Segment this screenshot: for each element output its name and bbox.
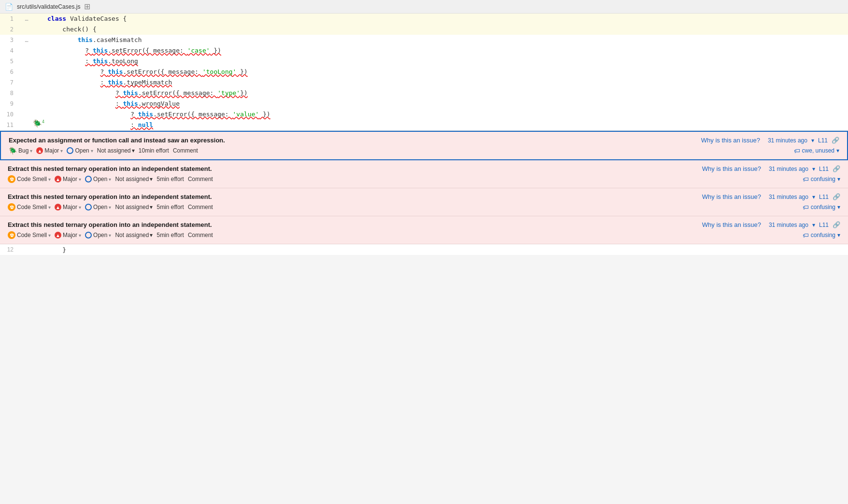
- status-dropdown-arrow-2[interactable]: ▾: [109, 177, 111, 182]
- code-line-6: 6 ? this.setError({ message: 'tooLong' }…: [0, 67, 848, 77]
- issue-type-badge-4[interactable]: ☢ Code Smell ▾: [8, 231, 51, 239]
- code-smell-icon-2: ☢: [8, 175, 15, 183]
- tags-dropdown-arrow-4[interactable]: ▾: [837, 232, 840, 238]
- issue-severity-badge-2[interactable]: ▲ Major ▾: [55, 176, 81, 182]
- issue-status-badge-4[interactable]: Open ▾: [85, 232, 111, 238]
- code-line-1: 1 … class ValidateCases {: [0, 14, 848, 24]
- type-dropdown-arrow-1[interactable]: ▾: [30, 148, 32, 154]
- code-text-10: ? this.setError({ message: 'value' }): [43, 109, 848, 120]
- type-dropdown-arrow-3[interactable]: ▾: [48, 205, 51, 210]
- issue-status-label-1: Open: [75, 147, 89, 154]
- issue-tags-3[interactable]: 🏷 confusing ▾: [803, 204, 840, 211]
- issue-status-badge-3[interactable]: Open ▾: [85, 204, 111, 210]
- severity-icon-2: ▲: [55, 176, 61, 182]
- line-number-7: 7: [0, 77, 19, 88]
- issue-tags-1[interactable]: 🏷 cwe, unused ▾: [794, 147, 839, 154]
- issue-type-label-3: Code Smell: [17, 204, 47, 210]
- add-file-icon[interactable]: ⊞: [84, 2, 90, 11]
- chevron-down-icon-3: ▾: [812, 194, 815, 200]
- code-text-1: class ValidateCases {: [43, 14, 848, 24]
- severity-dropdown-arrow-1[interactable]: ▾: [60, 148, 63, 154]
- issue-tags-label-1: cwe, unused: [802, 147, 834, 154]
- severity-dropdown-arrow-3[interactable]: ▾: [79, 205, 81, 210]
- issue-why-link-4[interactable]: Why is this an issue?: [702, 221, 761, 228]
- issue-assignee-2[interactable]: Not assigned ▾: [115, 176, 153, 182]
- issue-time-4: 31 minutes ago: [769, 222, 808, 228]
- line-number-4: 4: [0, 45, 19, 56]
- issue-comment-4[interactable]: Comment: [188, 232, 213, 238]
- file-tab-bar: 📄 src/utils/validateCases.js ⊞: [0, 0, 848, 14]
- link-icon-3[interactable]: 🔗: [833, 193, 840, 200]
- issue-severity-label-3: Major: [63, 204, 77, 210]
- tags-dropdown-arrow-3[interactable]: ▾: [837, 204, 840, 210]
- issue-comment-2[interactable]: Comment: [188, 176, 213, 182]
- issue-type-badge-3[interactable]: ☢ Code Smell ▾: [8, 203, 51, 211]
- tags-dropdown-arrow-1[interactable]: ▾: [836, 147, 839, 154]
- code-line-4: 4 ? this.setError({ message: 'case' }): [0, 45, 848, 56]
- assignee-dropdown-arrow-1[interactable]: ▾: [132, 147, 135, 154]
- type-dropdown-arrow-2[interactable]: ▾: [48, 177, 51, 182]
- code-text-11: : null: [43, 120, 848, 130]
- assignee-dropdown-arrow-4[interactable]: ▾: [150, 232, 153, 238]
- line-number-2: 2: [0, 24, 19, 35]
- status-open-icon-3: [85, 204, 92, 210]
- status-open-icon-4: [85, 232, 92, 238]
- issue-assignee-1[interactable]: Not assigned ▾: [97, 147, 135, 154]
- code-text-7: : this.typeMismatch: [43, 77, 848, 88]
- issue-severity-badge-1[interactable]: ▲ Major ▾: [36, 147, 63, 154]
- issue-status-badge-2[interactable]: Open ▾: [85, 176, 111, 182]
- status-dropdown-arrow-1[interactable]: ▾: [91, 148, 93, 154]
- issue-status-label-4: Open: [93, 232, 107, 238]
- issue-type-badge-2[interactable]: ☢ Code Smell ▾: [8, 175, 51, 183]
- issue-tags-4[interactable]: 🏷 confusing ▾: [803, 232, 840, 239]
- issue-severity-badge-3[interactable]: ▲ Major ▾: [55, 204, 81, 210]
- tag-icon-1: 🏷: [794, 147, 800, 154]
- tags-dropdown-arrow-2[interactable]: ▾: [837, 176, 840, 182]
- issue-tags-label-3: confusing: [811, 204, 835, 210]
- issue-time-2: 31 minutes ago: [769, 166, 808, 172]
- issue-tags-2[interactable]: 🏷 confusing ▾: [803, 176, 840, 183]
- issue-card-2[interactable]: Extract this nested ternary operation in…: [0, 160, 848, 188]
- issue-header-2: Extract this nested ternary operation in…: [8, 165, 840, 172]
- issue-status-badge-1[interactable]: Open ▾: [67, 147, 93, 154]
- issue-card-3[interactable]: Extract this nested ternary operation in…: [0, 188, 848, 216]
- issue-card-4[interactable]: Extract this nested ternary operation in…: [0, 216, 848, 244]
- issue-type-badge-1[interactable]: 🪲 Bug ▾: [9, 147, 32, 154]
- issue-assignee-3[interactable]: Not assigned ▾: [115, 204, 153, 210]
- issue-severity-badge-4[interactable]: ▲ Major ▾: [55, 232, 81, 238]
- assignee-dropdown-arrow-3[interactable]: ▾: [150, 204, 153, 210]
- link-icon-1[interactable]: 🔗: [832, 137, 839, 144]
- issue-why-link-1[interactable]: Why is this an issue?: [701, 137, 760, 144]
- issue-type-label-2: Code Smell: [17, 176, 47, 182]
- issue-status-label-2: Open: [93, 176, 107, 182]
- assignee-dropdown-arrow-2[interactable]: ▾: [150, 176, 153, 182]
- file-path[interactable]: src/utils/validateCases.js: [17, 3, 80, 10]
- link-icon-4[interactable]: 🔗: [833, 221, 840, 228]
- code-line-10: 10 ? this.setError({ message: 'value' }): [0, 109, 848, 120]
- type-dropdown-arrow-4[interactable]: ▾: [48, 233, 51, 238]
- code-line-12: 12 }: [0, 244, 848, 255]
- line-gutter-11: 🪲4: [34, 120, 43, 127]
- issue-effort-3: 5min effort: [156, 204, 184, 210]
- issue-assignee-4[interactable]: Not assigned ▾: [115, 232, 153, 238]
- severity-dropdown-arrow-2[interactable]: ▾: [79, 177, 81, 182]
- issue-comment-1[interactable]: Comment: [173, 147, 198, 154]
- link-icon-2[interactable]: 🔗: [833, 165, 840, 172]
- issue-why-link-2[interactable]: Why is this an issue?: [702, 165, 761, 172]
- issue-card-1[interactable]: Expected an assignment or function call …: [0, 131, 848, 160]
- issue-comment-3[interactable]: Comment: [188, 204, 213, 210]
- issue-why-link-3[interactable]: Why is this an issue?: [702, 193, 761, 200]
- status-dropdown-arrow-4[interactable]: ▾: [109, 233, 111, 238]
- line-ellipsis-1: …: [19, 14, 34, 24]
- status-dropdown-arrow-3[interactable]: ▾: [109, 205, 111, 210]
- code-text-5: : this.tooLong: [43, 56, 848, 67]
- issue-title-1: Expected an assignment or function call …: [9, 137, 698, 144]
- issue-meta-right-2: 31 minutes ago ▾ L11 🔗: [769, 165, 840, 172]
- chevron-down-icon-1: ▾: [811, 137, 814, 144]
- code-line-2: 2 check() {: [0, 24, 848, 35]
- issue-effort-4: 5min effort: [156, 232, 184, 238]
- code-text-8: ? this.setError({ message: 'type'}): [43, 88, 848, 98]
- line-number-8: 8: [0, 88, 19, 98]
- severity-dropdown-arrow-4[interactable]: ▾: [79, 233, 81, 238]
- line-number-11: 11: [0, 120, 19, 130]
